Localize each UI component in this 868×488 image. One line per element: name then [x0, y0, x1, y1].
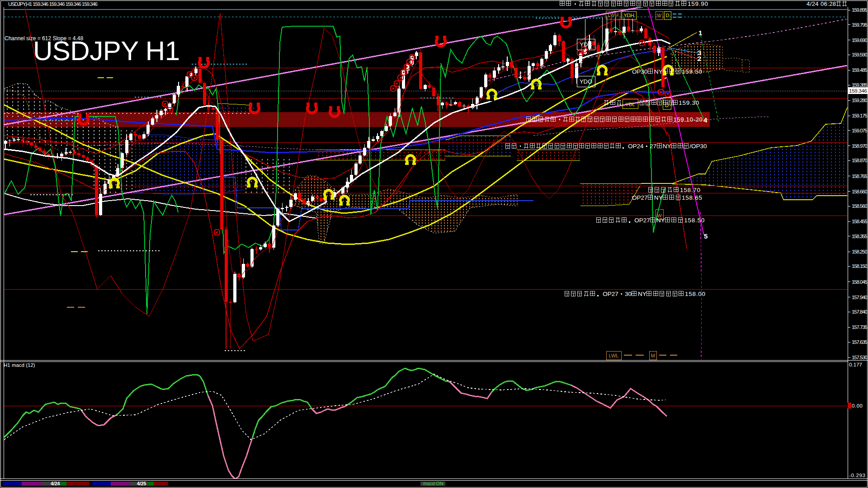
svg-text:159.175: 159.175 [852, 113, 868, 118]
svg-text:/OP30: /OP30 [689, 143, 707, 150]
svg-text:158.455: 158.455 [852, 219, 868, 224]
svg-text:2: 2 [698, 55, 701, 62]
svg-text:159.385: 159.385 [852, 82, 868, 88]
svg-text:4/24: 4/24 [51, 481, 60, 486]
svg-text:158.355: 158.355 [852, 234, 868, 239]
svg-text:159.895: 159.895 [852, 7, 868, 13]
svg-text:LWH: LWH [608, 12, 619, 18]
svg-text:macd ON: macd ON [423, 481, 443, 486]
svg-text:0.177: 0.177 [849, 362, 862, 367]
svg-text:YDH: YDH [623, 13, 634, 18]
svg-text:157.635: 157.635 [852, 339, 868, 345]
svg-text:159.485: 159.485 [852, 67, 868, 73]
svg-text:OP30: OP30 [632, 68, 648, 75]
svg-text:YDL: YDL [625, 102, 635, 107]
svg-text:USDJPY H1: USDJPY H1 [33, 36, 180, 66]
svg-text:30: 30 [625, 291, 632, 297]
svg-text:4/25: 4/25 [137, 481, 146, 486]
svg-text:159.346: 159.346 [849, 88, 867, 94]
svg-text:OP27: OP27 [632, 194, 648, 201]
svg-text:157.530: 157.530 [852, 355, 868, 360]
svg-text:M: M [651, 353, 655, 358]
svg-text:157.840: 157.840 [852, 309, 868, 314]
svg-text:NY: NY [663, 143, 671, 150]
svg-text:159.50: 159.50 [682, 68, 702, 75]
svg-text:NY: NY [638, 291, 646, 297]
svg-text:159.90: 159.90 [688, 0, 708, 7]
svg-text:158.970: 158.970 [852, 143, 868, 149]
svg-text:158.660: 158.660 [852, 189, 868, 194]
svg-text:158.560: 158.560 [852, 203, 868, 209]
svg-text:158.50: 158.50 [684, 217, 704, 224]
svg-text:159.30: 159.30 [679, 99, 699, 106]
svg-text:-0.293: -0.293 [849, 473, 865, 478]
svg-text:USDJPY,H1 159.346 159.346 159: USDJPY,H1 159.346 159.346 159.346 159.34… [8, 1, 98, 7]
svg-text:159.280: 159.280 [852, 98, 868, 103]
svg-text:159.590: 159.590 [852, 52, 868, 57]
svg-text:27: 27 [650, 143, 656, 150]
svg-text:159.690: 159.690 [852, 38, 868, 43]
svg-text:NY: NY [654, 68, 663, 75]
svg-text:4: 4 [703, 116, 708, 124]
svg-text:NY: NY [656, 217, 665, 224]
svg-text:159.795: 159.795 [852, 22, 868, 28]
svg-text:OP27: OP27 [634, 217, 650, 224]
svg-text:158.045: 158.045 [852, 279, 868, 285]
svg-text:5: 5 [704, 232, 708, 240]
svg-text:158.00: 158.00 [685, 291, 705, 297]
svg-text:0.00: 0.00 [852, 403, 863, 408]
svg-text:D: D [666, 13, 670, 18]
svg-text:158.765: 158.765 [852, 174, 868, 179]
svg-text:OP24: OP24 [628, 143, 644, 150]
svg-text:NY: NY [654, 194, 663, 201]
svg-text:YDO: YDO [580, 78, 592, 85]
svg-text:1: 1 [698, 29, 702, 37]
svg-text:4/24 06:28: 4/24 06:28 [807, 0, 836, 7]
svg-text:YDC: YDC [580, 41, 592, 48]
svg-text:158.870: 158.870 [852, 158, 868, 163]
svg-text:157.940: 157.940 [852, 295, 868, 300]
svg-text:H1 macd (12): H1 macd (12) [4, 362, 35, 368]
svg-text:157.735: 157.735 [852, 324, 868, 330]
svg-text:158.250: 158.250 [852, 249, 868, 254]
svg-text:158.70: 158.70 [680, 187, 700, 193]
svg-text:159.10-20: 159.10-20 [673, 116, 703, 123]
svg-text:W: W [657, 13, 662, 18]
svg-text:158.150: 158.150 [852, 263, 868, 269]
svg-text:159.075: 159.075 [852, 128, 868, 133]
svg-text:158.65: 158.65 [682, 194, 702, 201]
svg-text:LWL: LWL [609, 353, 619, 358]
svg-text:OP27: OP27 [603, 291, 618, 297]
